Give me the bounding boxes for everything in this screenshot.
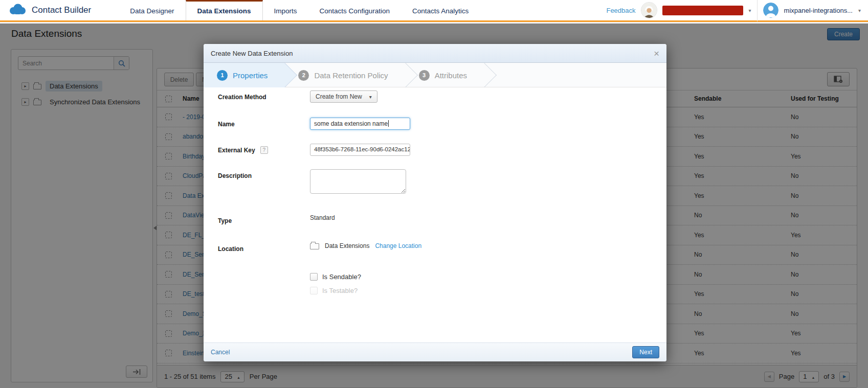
step-label: Data Retention Policy bbox=[314, 71, 388, 80]
divider bbox=[757, 0, 758, 21]
cancel-link[interactable]: Cancel bbox=[211, 349, 230, 356]
step-number: 3 bbox=[419, 70, 430, 81]
creation-method-select[interactable]: Create from New bbox=[310, 90, 377, 103]
nav-tab-contacts-configuration[interactable]: Contacts Configuration bbox=[308, 0, 401, 20]
next-button[interactable]: Next bbox=[632, 346, 659, 358]
wizard-steps: 1Properties2Data Retention Policy3Attrib… bbox=[204, 63, 666, 87]
creation-method-value: Create from New bbox=[316, 93, 362, 100]
chevron-down-icon[interactable] bbox=[858, 8, 861, 13]
nav-right-cluster: Feedback mixpanel-integrations... bbox=[606, 0, 868, 20]
user-avatar-icon[interactable] bbox=[763, 3, 778, 18]
step-number: 2 bbox=[298, 70, 309, 81]
app-brand[interactable]: Contact Builder bbox=[0, 0, 104, 20]
step-label: Properties bbox=[233, 71, 268, 80]
type-label: Type bbox=[218, 214, 310, 224]
name-value: some data extension name bbox=[314, 120, 388, 127]
external-key-input[interactable]: 48f353b6-7268-11ec-90d6-0242ac1200 bbox=[310, 144, 410, 156]
text-cursor bbox=[388, 120, 389, 127]
type-value: Standard bbox=[310, 214, 335, 221]
step-label: Attributes bbox=[435, 71, 467, 80]
app-window: Contact Builder Data DesignerData Extens… bbox=[0, 0, 868, 388]
description-input[interactable] bbox=[310, 169, 406, 194]
account-menu[interactable]: mixpanel-integrations... bbox=[784, 7, 853, 14]
is-sendable-checkbox[interactable] bbox=[310, 273, 318, 281]
feedback-link[interactable]: Feedback bbox=[606, 7, 635, 14]
nav-tab-contacts-analytics[interactable]: Contacts Analytics bbox=[401, 0, 480, 20]
chevron-down-icon bbox=[369, 93, 372, 100]
redacted-account-block bbox=[662, 6, 743, 15]
help-icon[interactable] bbox=[260, 146, 268, 154]
nav-tab-imports[interactable]: Imports bbox=[263, 0, 308, 20]
close-icon[interactable] bbox=[654, 49, 659, 58]
external-key-label: External Key bbox=[218, 147, 255, 154]
contact-builder-cloud-icon bbox=[8, 3, 27, 17]
wizard-step-properties[interactable]: 1Properties bbox=[204, 63, 285, 87]
primary-nav: Data DesignerData ExtensionsImportsConta… bbox=[119, 0, 480, 20]
location-value: Data Extensions bbox=[325, 242, 369, 249]
creation-method-label: Creation Method bbox=[218, 90, 310, 101]
wizard-step-data-retention-policy[interactable]: 2Data Retention Policy bbox=[285, 63, 405, 87]
external-key-value: 48f353b6-7268-11ec-90d6-0242ac1200 bbox=[314, 146, 410, 152]
create-data-extension-modal: Create New Data Extension 1Properties2Da… bbox=[204, 44, 666, 361]
is-testable-checkbox bbox=[310, 287, 318, 294]
nav-tab-data-designer[interactable]: Data Designer bbox=[119, 0, 185, 20]
folder-icon bbox=[310, 243, 319, 249]
modal-body: Creation Method Create from New Name som… bbox=[204, 87, 666, 294]
top-nav: Contact Builder Data DesignerData Extens… bbox=[0, 0, 868, 22]
is-sendable-label: Is Sendable? bbox=[322, 273, 361, 281]
app-title: Contact Builder bbox=[32, 5, 91, 15]
chevron-down-icon[interactable] bbox=[749, 8, 751, 13]
step-number: 1 bbox=[217, 70, 228, 81]
location-label: Location bbox=[218, 242, 310, 253]
change-location-link[interactable]: Change Location bbox=[375, 242, 421, 249]
description-label: Description bbox=[218, 169, 310, 179]
modal-footer: Cancel Next bbox=[204, 343, 666, 361]
modal-header: Create New Data Extension bbox=[204, 44, 666, 63]
einstein-avatar[interactable] bbox=[641, 3, 657, 18]
modal-title: Create New Data Extension bbox=[211, 50, 293, 57]
is-testable-label: Is Testable? bbox=[322, 287, 358, 294]
name-label: Name bbox=[218, 118, 310, 128]
nav-tab-data-extensions[interactable]: Data Extensions bbox=[186, 0, 263, 20]
name-input[interactable]: some data extension name bbox=[310, 118, 410, 130]
